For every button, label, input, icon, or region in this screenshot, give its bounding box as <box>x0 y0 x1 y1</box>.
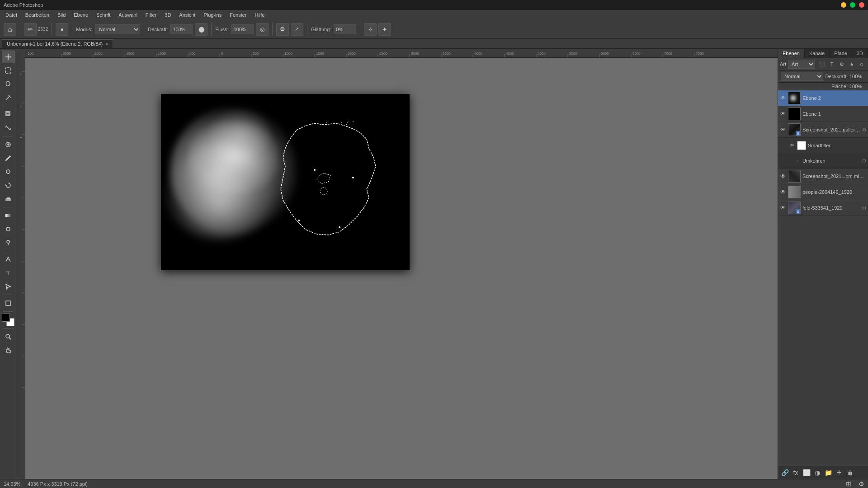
text-tool[interactable]: T <box>2 267 14 279</box>
layer-eye-ebene2[interactable]: 👁 <box>780 95 786 101</box>
extra-button[interactable]: ✦ <box>378 23 391 36</box>
statusbar-arrange-button[interactable]: ⊞ <box>846 480 851 488</box>
menu-auswahl[interactable]: Auswahl <box>115 11 141 19</box>
measure-tool[interactable] <box>2 122 14 134</box>
brush-tool[interactable] <box>2 152 14 164</box>
art-select[interactable]: Art <box>788 60 815 69</box>
menu-fenster[interactable]: Fenster <box>226 11 250 19</box>
selection-tool[interactable] <box>2 64 14 77</box>
svg-text:1000: 1000 <box>284 52 292 56</box>
pen-tool[interactable] <box>2 253 14 266</box>
layer-filter-btn3[interactable]: ⚙ <box>837 60 846 69</box>
deckraft-input[interactable]: 100% <box>170 24 193 34</box>
svg-rect-17 <box>7 197 10 199</box>
layer-group-button[interactable]: 📁 <box>823 468 833 478</box>
layer-eye-feld[interactable]: 👁 <box>780 205 786 211</box>
layer-thumb-screenshot2021 <box>788 170 801 183</box>
canvas-area[interactable]: 100 2500 2000 1500 1000 500 0 500 1000 1… <box>16 49 778 479</box>
hand-tool[interactable] <box>2 344 14 357</box>
menu-datei[interactable]: Datei <box>2 11 21 19</box>
blur-tool[interactable] <box>2 223 14 235</box>
canvas-container[interactable] <box>25 58 778 479</box>
layers-bottom-toolbar: 🔗 fx ⬜ ◑ 📁 + 🗑 <box>778 466 868 479</box>
layer-thumb-feld: S <box>788 202 801 214</box>
layer-filter-btn2[interactable]: T <box>827 60 836 69</box>
layer-filter-btn1[interactable]: ⬛ <box>817 60 826 69</box>
layer-eye-people[interactable]: 👁 <box>780 189 786 195</box>
angle-button[interactable]: ↗ <box>291 23 303 36</box>
menu-hilfe[interactable]: Hilfe <box>251 11 268 19</box>
menu-3d[interactable]: 3D <box>161 11 175 19</box>
close-button[interactable] <box>859 2 864 8</box>
layer-item-ebene1[interactable]: 👁 Ebene 1 <box>778 106 868 122</box>
gradient-tool[interactable] <box>2 209 14 222</box>
layer-item-umkehren[interactable]: ○ Umkehren ⬡ <box>778 153 868 169</box>
layer-item-screenshot-kopie[interactable]: 👁 S Screenshot_202...gallery Kopie ⚙ <box>778 122 868 138</box>
menu-ansicht[interactable]: Ansicht <box>175 11 199 19</box>
menu-filter[interactable]: Filter <box>142 11 160 19</box>
document-tab[interactable]: Unbenannt-1 bei 14,6% (Ebene 2, RGB/8#) … <box>2 39 113 48</box>
fluss-input[interactable]: 100% <box>231 24 254 34</box>
layer-eye-ebene1[interactable]: 👁 <box>780 111 786 117</box>
menu-bearbeiten[interactable]: Bearbeiten <box>22 11 53 19</box>
layer-delete-button[interactable]: 🗑 <box>845 468 855 478</box>
path-select-tool[interactable] <box>2 280 14 293</box>
layer-adjust-button[interactable]: ◑ <box>812 468 822 478</box>
tab-3d[interactable]: 3D <box>852 49 868 58</box>
layer-filter-btn4[interactable]: ★ <box>847 60 856 69</box>
layer-style-button[interactable]: fx <box>791 468 801 478</box>
foreground-color-swatch[interactable] <box>2 314 10 322</box>
layer-eye-smartfilter[interactable]: 👁 <box>789 142 795 149</box>
layer-item-feld[interactable]: 👁 S feld-533541_1920 ⚙ <box>778 200 868 216</box>
layer-item-smartfilter[interactable]: 👁 Smartfilter <box>778 138 868 153</box>
eraser-tool[interactable] <box>2 192 14 205</box>
layer-link-button[interactable]: 🔗 <box>780 468 790 478</box>
glattung-input[interactable]: 0% <box>334 24 356 34</box>
layer-new-button[interactable]: + <box>834 468 844 478</box>
clone-tool[interactable] <box>2 165 14 178</box>
layer-mode-select[interactable]: Normal <box>781 72 823 81</box>
deckraft-icon[interactable]: ⬤ <box>195 23 208 36</box>
settings-button[interactable]: ⚙ <box>276 23 289 36</box>
dodge-tool[interactable] <box>2 236 14 249</box>
wand-tool[interactable] <box>2 91 14 104</box>
tab-kanale[interactable]: Kanäle <box>805 49 830 58</box>
statusbar-settings-button[interactable]: ⚙ <box>859 480 864 488</box>
maximize-button[interactable] <box>850 2 855 8</box>
home-button[interactable]: ⌂ <box>4 23 16 36</box>
svg-rect-18 <box>5 214 11 217</box>
fluss-icon[interactable]: ◎ <box>256 23 269 36</box>
shape-tool[interactable] <box>2 297 14 310</box>
fill-label: Fläche: <box>831 84 848 89</box>
menu-bild[interactable]: Bild <box>54 11 69 19</box>
layer-mask-button[interactable]: ⬜ <box>802 468 811 478</box>
history-tool[interactable] <box>2 179 14 192</box>
menu-ebene[interactable]: Ebene <box>70 11 92 19</box>
layer-item-people[interactable]: 👁 people-2604149_1920 <box>778 184 868 200</box>
layer-eye-umkehren[interactable]: ○ <box>794 158 801 164</box>
svg-text:4500: 4500 <box>506 52 514 56</box>
layer-eye-screenshot-kopie[interactable]: 👁 <box>780 127 786 133</box>
layer-eye-screenshot2021[interactable]: 👁 <box>780 173 786 179</box>
zoom-tool[interactable] <box>2 330 14 343</box>
titlebar-controls <box>841 2 864 8</box>
symmetry-button[interactable]: ⟡ <box>364 23 377 36</box>
move-tool[interactable] <box>2 51 14 63</box>
layer-filter-toggle[interactable]: ○ <box>857 60 866 69</box>
layer-item-screenshot2021[interactable]: 👁 Screenshot_2021...om.miui.gallery <box>778 169 868 184</box>
crop-tool[interactable] <box>2 108 14 121</box>
brush-tool-button[interactable]: ✏ <box>24 23 37 36</box>
titlebar-left: Adobe Photoshop <box>4 2 43 8</box>
menu-plugins[interactable]: Plug-ins <box>200 11 225 19</box>
brush-picker-button[interactable]: ● <box>56 23 68 36</box>
menu-schrift[interactable]: Schrift <box>93 11 114 19</box>
lasso-tool[interactable] <box>2 78 14 90</box>
layer-item-ebene2[interactable]: 👁 Ebene 2 <box>778 90 868 106</box>
tab-close-button[interactable]: × <box>105 42 108 47</box>
color-swatches[interactable] <box>2 314 14 326</box>
minimize-button[interactable] <box>841 2 846 8</box>
tab-pfade[interactable]: Pfade <box>830 49 852 58</box>
spot-heal-tool[interactable] <box>2 138 14 151</box>
modus-select[interactable]: Normal <box>95 24 140 34</box>
tab-ebenen[interactable]: Ebenen <box>778 49 805 58</box>
